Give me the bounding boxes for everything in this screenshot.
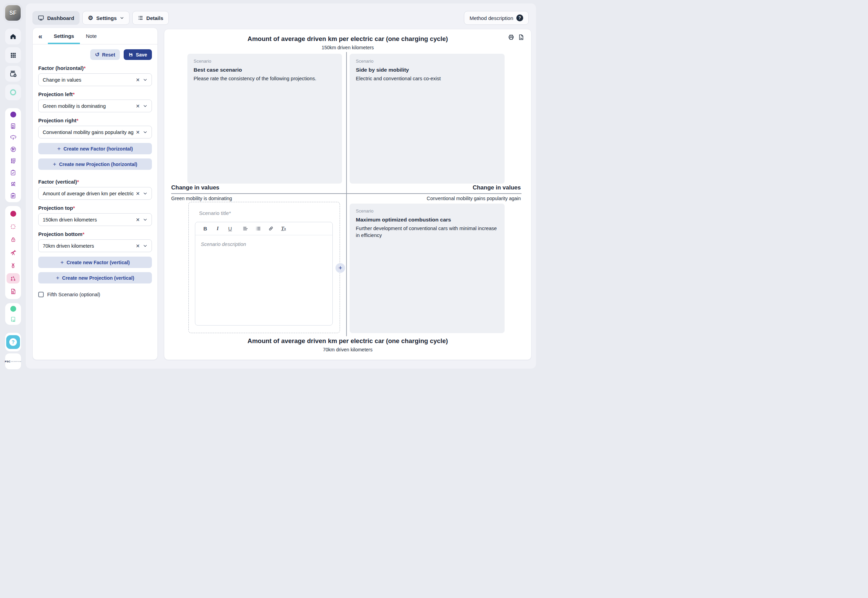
footer-logo[interactable]: FSC ENTERPRISE [5, 353, 21, 369]
form-actions: ↺ Reset Save [38, 49, 152, 60]
settings-button[interactable]: ⚙ Settings [82, 11, 129, 25]
sidebar-item-tasks[interactable] [6, 167, 19, 178]
tab-note[interactable]: Note [80, 28, 103, 44]
factor-vertical-select[interactable]: Amount of average driven km per electric… [38, 187, 152, 200]
bullet-list-icon[interactable] [255, 226, 261, 232]
sidebar-item-dna[interactable] [6, 260, 19, 271]
field-label-projection-top: Projection top* [38, 205, 152, 211]
sidebar-item-purple-module[interactable] [6, 109, 19, 120]
clipboard-text-icon [10, 193, 16, 199]
sidebar-item-network[interactable] [6, 144, 19, 155]
sidebar-group-green [5, 303, 21, 325]
sidebar-item-notes[interactable] [6, 190, 19, 201]
field-label-projection-left: Projection left* [38, 91, 152, 97]
dna-icon [10, 263, 16, 269]
bubbles-icon [10, 181, 16, 187]
clear-icon[interactable]: ✕ [136, 103, 140, 109]
horizontal-axis-line [171, 193, 521, 194]
create-projection-vertical-button[interactable]: + Create new Projection (vertical) [38, 272, 152, 284]
create-projection-horizontal-button[interactable]: + Create new Projection (horizontal) [38, 158, 152, 170]
clear-icon[interactable]: ✕ [136, 217, 140, 223]
reset-button[interactable]: ↺ Reset [90, 49, 120, 60]
scenario-description: Please rate the consistency of the follo… [194, 75, 336, 82]
clear-icon[interactable]: ✕ [136, 243, 140, 249]
undo-icon: ↺ [95, 52, 100, 58]
create-factor-vertical-button[interactable]: + Create new Factor (vertical) [38, 257, 152, 268]
sidebar-item-scenarios-active[interactable] [6, 273, 19, 284]
scenario-description: Electric and conventional cars co-exist [356, 75, 498, 82]
details-label: Details [146, 15, 163, 21]
sidebar-item-home[interactable] [5, 28, 21, 45]
sidebar: SF ? FSC [0, 0, 26, 372]
create-factor-horizontal-button[interactable]: + Create new Factor (horizontal) [38, 143, 152, 154]
sidebar-item-locked[interactable] [6, 235, 19, 245]
chevron-down-icon [143, 244, 148, 248]
scenario-description-editor: B I U Tx Scenario description [195, 222, 333, 326]
help-button[interactable]: ? [6, 335, 20, 349]
network-sphere-icon [10, 146, 16, 152]
field-label-projection-right: Projection right* [38, 118, 152, 123]
dashboard-button[interactable]: Dashboard [32, 11, 79, 25]
footer-logo-primary: FSC [5, 360, 11, 363]
details-button[interactable]: Details [132, 11, 169, 25]
link-icon[interactable] [268, 226, 274, 232]
tab-settings[interactable]: Settings [48, 28, 80, 44]
projection-bottom-select[interactable]: 70km driven kilometers ✕ [38, 239, 152, 252]
factor-horizontal-select[interactable]: Change in values ✕ [38, 73, 152, 86]
collapse-panel-icon[interactable]: « [33, 28, 48, 44]
sidebar-item-ring[interactable] [5, 84, 21, 100]
save-label: Save [136, 52, 147, 58]
sidebar-item-report[interactable] [6, 121, 19, 131]
apps-grid-icon [10, 52, 16, 58]
clear-format-icon[interactable]: Tx [281, 226, 286, 232]
create-projection-horizontal-label: Create new Projection (horizontal) [59, 161, 137, 167]
sidebar-item-pink-report[interactable] [6, 286, 19, 297]
add-scenario-button[interactable]: + [336, 263, 345, 273]
card-add-icon [10, 70, 17, 78]
scenario-card-bottom-right[interactable]: Scenario Maximum optimized combustion ca… [350, 203, 505, 333]
projection-left-select[interactable]: Green mobility is dominating ✕ [38, 100, 152, 112]
app-logo-text: SF [9, 10, 16, 16]
sidebar-item-clusters[interactable] [6, 179, 19, 190]
scenario-title: Maximum optimized combustion cars [356, 217, 498, 223]
sidebar-item-factors[interactable] [6, 221, 19, 232]
factor-horizontal-value: Change in values [43, 77, 134, 83]
scenario-description-placeholder[interactable]: Scenario description [195, 235, 332, 253]
fifth-scenario-checkbox[interactable] [38, 292, 44, 297]
sidebar-item-green-module[interactable] [6, 303, 19, 314]
sidebar-group-purple [5, 108, 21, 202]
projection-top-select[interactable]: 150km driven kilometers ✕ [38, 213, 152, 226]
reset-label: Reset [102, 52, 115, 58]
scenario-title-input[interactable] [199, 208, 329, 217]
axis-bottom-value: 70km driven kilometers [164, 347, 531, 352]
plus-icon: + [57, 145, 61, 152]
clear-icon[interactable]: ✕ [136, 77, 140, 83]
italic-icon[interactable]: I [215, 226, 220, 232]
sidebar-item-new-project[interactable] [5, 66, 21, 82]
sidebar-item-brainstorm[interactable] [6, 133, 19, 143]
axis-right-title: Change in values [472, 184, 521, 191]
axis-bottom-title: Amount of average driven km per electric… [164, 337, 531, 345]
clear-icon[interactable]: ✕ [136, 191, 140, 196]
method-description-button[interactable]: Method description ? [464, 11, 529, 25]
sidebar-item-apps[interactable] [5, 47, 21, 63]
scenario-card-top-left[interactable]: Scenario Best case scenario Please rate … [187, 54, 342, 184]
plus-icon: + [53, 161, 56, 168]
chevron-down-icon [143, 130, 148, 135]
sidebar-item-pink-module[interactable] [6, 209, 19, 219]
save-button[interactable]: Save [124, 49, 152, 60]
axis-top-title: Amount of average driven km per electric… [164, 35, 531, 43]
sidebar-group-pink [5, 206, 21, 299]
clear-icon[interactable]: ✕ [136, 130, 140, 135]
sidebar-item-timeline[interactable] [6, 156, 19, 166]
scenario-card-top-right[interactable]: Scenario Side by side mobility Electric … [350, 54, 505, 184]
align-left-icon[interactable] [242, 226, 248, 232]
underline-icon[interactable]: U [227, 226, 233, 232]
sidebar-item-foresight[interactable] [6, 247, 19, 258]
green-dot-icon [10, 306, 16, 312]
app-logo[interactable]: SF [5, 5, 21, 21]
bold-icon[interactable]: B [203, 226, 208, 232]
projection-right-select[interactable]: Conventional mobility gains popularity a… [38, 126, 152, 139]
chevron-down-icon [143, 104, 148, 108]
sidebar-item-library[interactable] [6, 314, 19, 324]
